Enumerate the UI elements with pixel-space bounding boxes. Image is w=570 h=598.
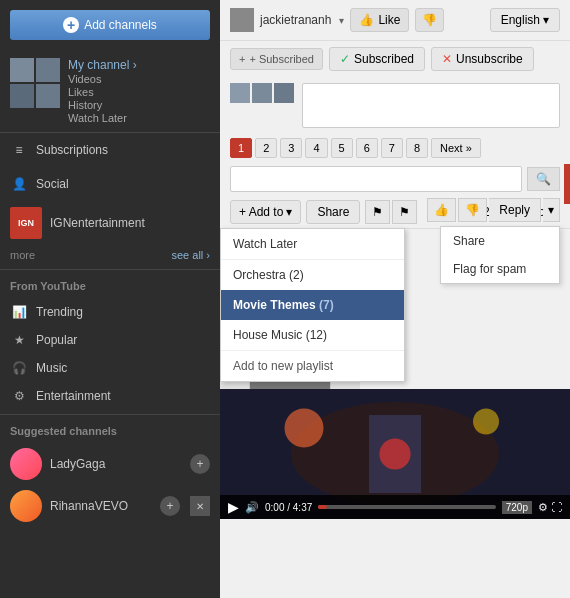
- rihanna-avatar: [10, 490, 42, 522]
- search-input[interactable]: [230, 166, 522, 192]
- page-3-button[interactable]: 3: [280, 138, 302, 158]
- social-section[interactable]: 👤 Social: [0, 167, 220, 201]
- reply-share-item[interactable]: Share: [441, 227, 559, 255]
- divider-2: [0, 414, 220, 415]
- popular-item[interactable]: ★ Popular: [0, 326, 220, 354]
- current-time: 0:00: [265, 502, 284, 513]
- like-button[interactable]: 👍 Like: [350, 8, 409, 32]
- rihanna-add-button[interactable]: +: [160, 496, 180, 516]
- reply-dropdown: Share Flag for spam: [440, 226, 560, 284]
- ign-channel[interactable]: IGN IGNentertainment: [0, 201, 220, 245]
- top-bar: jackietrananh ▾ 👍 Like 👎 English ▾: [220, 0, 570, 41]
- add-to-button[interactable]: + Add to ▾: [230, 200, 301, 224]
- subscribed-add-label: + Subscribed: [249, 53, 314, 65]
- likes-link[interactable]: Likes: [68, 86, 137, 98]
- total-time: 4:37: [293, 502, 312, 513]
- play-button[interactable]: ▶: [228, 499, 239, 515]
- my-channel-link[interactable]: My channel ›: [68, 58, 137, 72]
- volume-button[interactable]: 🔊: [245, 501, 259, 514]
- add-to-label: + Add to: [239, 205, 283, 219]
- comment-avatars: [230, 83, 294, 103]
- subscribed-add-button[interactable]: + + Subscribed: [230, 48, 323, 70]
- orchestra-label: Orchestra: [233, 268, 286, 282]
- page-2-button[interactable]: 2: [255, 138, 277, 158]
- trending-icon: 📊: [10, 305, 28, 319]
- subscribed-button[interactable]: ✓ Subscribed: [329, 47, 425, 71]
- music-icon: 🎧: [10, 361, 28, 375]
- subscribed-label: Subscribed: [354, 52, 414, 66]
- subscriptions-section[interactable]: ≡ Subscriptions: [0, 133, 220, 167]
- social-icon: 👤: [10, 175, 28, 193]
- progress-fill: [318, 505, 327, 509]
- quality-button[interactable]: 720p: [502, 501, 532, 514]
- search-icon: 🔍: [536, 172, 551, 186]
- reply-dislike-button[interactable]: 👎: [458, 198, 487, 222]
- videos-link[interactable]: Videos: [68, 73, 137, 85]
- history-link[interactable]: History: [68, 99, 137, 111]
- page-4-button[interactable]: 4: [305, 138, 327, 158]
- suggested-title: Suggested channels: [0, 419, 220, 443]
- rihanna-close-button[interactable]: ✕: [190, 496, 210, 516]
- more-label[interactable]: more: [10, 249, 35, 261]
- rihanna-channel[interactable]: RihannaVEVO + ✕: [0, 485, 220, 527]
- reply-flag-item[interactable]: Flag for spam: [441, 255, 559, 283]
- x-icon: ✕: [442, 52, 452, 66]
- movie-themes-count: (7): [319, 298, 334, 312]
- entertainment-item[interactable]: ⚙ Entertainment: [0, 382, 220, 410]
- next-page-button[interactable]: Next »: [431, 138, 481, 158]
- video-toolbar: + Add to ▾ Share ⚑ ⚑ 📊 2,960 videos ▾ Wa…: [220, 196, 570, 229]
- movie-themes-item[interactable]: Movie Themes (7): [221, 290, 404, 320]
- fullscreen-icon[interactable]: ⛶: [551, 501, 562, 514]
- language-button[interactable]: English ▾: [490, 8, 560, 32]
- share-button[interactable]: Share: [306, 200, 360, 224]
- reply-dropdown-arrow[interactable]: ▾: [543, 198, 560, 222]
- divider-1: [0, 269, 220, 270]
- add-channels-button[interactable]: + Add channels: [10, 10, 210, 40]
- unsubscribe-button[interactable]: ✕ Unsubscribe: [431, 47, 534, 71]
- comment-area: [220, 77, 570, 134]
- ladygaga-label: LadyGaga: [50, 457, 105, 471]
- flag-button-2[interactable]: ⚑: [392, 200, 417, 224]
- avatar-grid: [10, 58, 60, 108]
- reply-like-button[interactable]: 👍: [427, 198, 456, 222]
- page-7-button[interactable]: 7: [381, 138, 403, 158]
- thumbs-up-icon: 👍: [359, 13, 374, 27]
- orchestra-item[interactable]: Orchestra (2): [221, 260, 404, 290]
- ladygaga-add-button[interactable]: +: [190, 454, 210, 474]
- username-dropdown[interactable]: ▾: [339, 15, 344, 26]
- dislike-button[interactable]: 👎: [415, 8, 444, 32]
- search-bar: 🔍: [220, 162, 570, 196]
- search-button[interactable]: 🔍: [527, 167, 560, 191]
- watch-later-item[interactable]: Watch Later: [221, 229, 404, 259]
- ladygaga-avatar: [10, 448, 42, 480]
- see-all-label[interactable]: see all ›: [171, 249, 210, 261]
- ladygaga-channel[interactable]: LadyGaga +: [0, 443, 220, 485]
- time-display: 0:00 / 4:37: [265, 502, 312, 513]
- page-5-button[interactable]: 5: [331, 138, 353, 158]
- flag-buttons: ⚑ ⚑: [365, 200, 417, 224]
- add-new-playlist-item[interactable]: Add to new playlist: [221, 351, 404, 381]
- add-icon: +: [239, 53, 245, 65]
- pagination: 1 2 3 4 5 6 7 8 Next »: [220, 134, 570, 162]
- comment-input[interactable]: [302, 83, 560, 128]
- page-6-button[interactable]: 6: [356, 138, 378, 158]
- subscriptions-label: Subscriptions: [36, 143, 108, 157]
- unsubscribe-label: Unsubscribe: [456, 52, 523, 66]
- my-channel-section: My channel › Videos Likes History Watch …: [0, 50, 220, 133]
- watch-later-link[interactable]: Watch Later: [68, 112, 137, 124]
- ign-avatar: IGN: [10, 207, 42, 239]
- trending-item[interactable]: 📊 Trending: [0, 298, 220, 326]
- like-label: Like: [378, 13, 400, 27]
- flag-button-1[interactable]: ⚑: [365, 200, 390, 224]
- page-8-button[interactable]: 8: [406, 138, 428, 158]
- page-1-button[interactable]: 1: [230, 138, 252, 158]
- entertainment-icon: ⚙: [10, 389, 28, 403]
- from-youtube-label: From YouTube: [0, 274, 220, 298]
- reply-button[interactable]: Reply: [489, 198, 541, 222]
- main-content: jackietrananh ▾ 👍 Like 👎 English ▾ + + S…: [220, 0, 570, 598]
- progress-bar[interactable]: [318, 505, 495, 509]
- music-item[interactable]: 🎧 Music: [0, 354, 220, 382]
- house-music-item[interactable]: House Music (12): [221, 320, 404, 350]
- settings-icon[interactable]: ⚙: [538, 501, 548, 514]
- list-icon: ≡: [10, 141, 28, 159]
